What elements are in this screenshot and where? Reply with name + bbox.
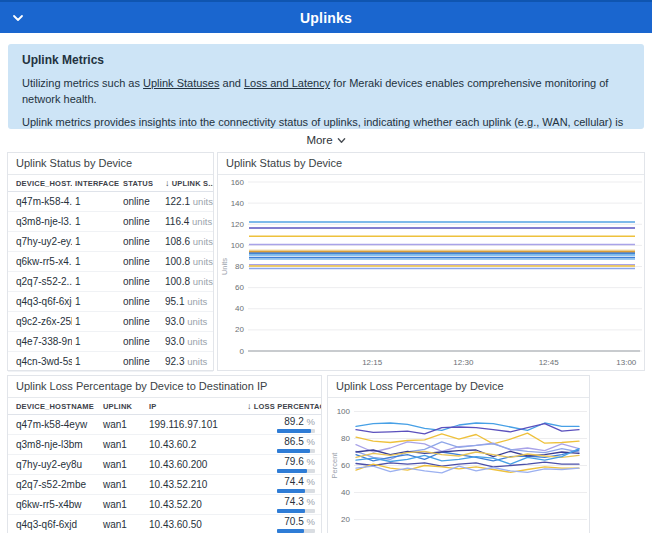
svg-text:100: 100 <box>231 241 245 250</box>
col-device-hostname[interactable]: DEVICE_HOSTNAME <box>8 402 100 411</box>
loss-percentage-cell: 79.6 % <box>244 456 321 473</box>
table-cell: 199.116.97.101 <box>146 419 244 430</box>
table-cell: q3m8-nje-l3... <box>8 216 72 227</box>
table-cell: wan1 <box>100 519 146 530</box>
sort-desc-icon[interactable]: ↓ <box>247 401 252 411</box>
loss-percentage-cell: 89.2 % <box>244 416 321 433</box>
loss-bar <box>277 429 315 433</box>
svg-text:Units: Units <box>220 258 229 275</box>
info-paragraph-2: Uplink metrics provides insights into th… <box>22 115 630 129</box>
uplinks-header[interactable]: Uplinks <box>0 0 652 33</box>
table-cell: 1 <box>72 256 120 267</box>
col-device-hostname[interactable]: DEVICE_HOST... <box>8 179 72 188</box>
table-cell-value: 100.8 units <box>162 256 213 267</box>
loss-bar <box>277 509 315 513</box>
loss-table-header: DEVICE_HOSTNAME UPLINK IP ↓LOSS PERCENTA… <box>8 398 321 415</box>
col-uplink-status[interactable]: ↓UPLINK S... <box>162 178 213 188</box>
col-status[interactable]: STATUS <box>120 179 162 188</box>
table-cell: online <box>120 216 162 227</box>
svg-text:12:30: 12:30 <box>453 358 474 367</box>
status-table-header: DEVICE_HOST... INTERFACE STATUS ↓UPLINK … <box>8 175 213 192</box>
col-interface[interactable]: INTERFACE <box>72 179 120 188</box>
table-row[interactable]: q9c2-z6x-25ks1online93.0 units <box>8 312 213 332</box>
status-table-body: q47m-k58-4...1online122.1 unitsq3m8-nje-… <box>8 192 213 372</box>
table-row[interactable]: q3m8-nje-l3...1online116.4 units <box>8 212 213 232</box>
table-cell: q6kw-rr5-x4... <box>8 256 72 267</box>
table-cell: q4e7-338-9nr8 <box>8 336 72 347</box>
loss-bar <box>277 449 315 453</box>
more-row: More <box>0 130 652 148</box>
status-line-chart[interactable]: 02040608010012014016012:1512:3012:4513:0… <box>218 175 644 370</box>
info-title: Uplink Metrics <box>22 53 630 67</box>
uplink-statuses-link[interactable]: Uplink Statuses <box>143 77 219 89</box>
loss-percentage-cell: 74.3 % <box>244 496 321 513</box>
more-label: More <box>306 134 332 146</box>
svg-text:20: 20 <box>341 515 350 524</box>
table-cell: q4q3-q6f-6xjd <box>8 519 100 530</box>
table-cell: online <box>120 356 162 367</box>
table-row[interactable]: q3m8-nje-l3bmwan110.43.60.286.5 % <box>8 435 321 455</box>
table-row[interactable]: q4q3-q6f-6xjdwan110.43.60.5070.5 % <box>8 515 321 533</box>
loss-bar <box>277 469 315 473</box>
table-row[interactable]: q6kw-rr5-x4bwwan110.43.52.2074.3 % <box>8 495 321 515</box>
table-cell: q9c2-z6x-25ks <box>8 316 72 327</box>
info-paragraph-1: Utilizing metrics such as Uplink Statuse… <box>22 76 630 108</box>
table-row[interactable]: q2q7-s52-2mbewan110.43.52.21074.4 % <box>8 475 321 495</box>
table-cell: 1 <box>72 296 120 307</box>
table-cell: q4q3-q6f-6xjd <box>8 296 72 307</box>
table-cell: q47m-k58-4... <box>8 196 72 207</box>
sort-desc-icon[interactable]: ↓ <box>165 178 170 188</box>
table-row[interactable]: q4q3-q6f-6xjd1online95.1 units <box>8 292 213 312</box>
svg-text:0: 0 <box>240 347 245 356</box>
loss-percentage-cell: 70.5 % <box>244 516 321 533</box>
svg-text:120: 120 <box>231 220 245 229</box>
table-cell-value: 95.1 units <box>162 296 213 307</box>
loss-percentage-cell: 74.4 % <box>244 476 321 493</box>
table-cell: online <box>120 276 162 287</box>
loss-table-title: Uplink Loss Percentage by Device to Dest… <box>8 376 321 398</box>
table-row[interactable]: q47m-k58-4eywwan1199.116.97.10189.2 % <box>8 415 321 435</box>
table-row[interactable]: q7hy-uy2-ey...1online108.6 units <box>8 232 213 252</box>
table-cell-value: 93.0 units <box>162 316 213 327</box>
table-cell: online <box>120 236 162 247</box>
collapse-chevron-icon[interactable] <box>12 12 24 24</box>
table-row[interactable]: q6kw-rr5-x4...1online100.8 units <box>8 252 213 272</box>
table-cell: 10.43.52.210 <box>146 479 244 490</box>
loss-percentage-cell: 86.5 % <box>244 436 321 453</box>
table-row[interactable]: q4e7-338-9nr81online93.0 units <box>8 332 213 352</box>
table-cell: online <box>120 316 162 327</box>
col-ip[interactable]: IP <box>146 402 244 411</box>
table-cell: 10.43.60.200 <box>146 459 244 470</box>
info-text: and <box>219 77 243 89</box>
table-row[interactable]: q2q7-s52-2...1online100.8 units <box>8 272 213 292</box>
svg-text:60: 60 <box>341 461 350 470</box>
table-cell: 1 <box>72 276 120 287</box>
table-row[interactable]: q47m-k58-4...1online122.1 units <box>8 192 213 212</box>
table-cell: online <box>120 256 162 267</box>
loss-bar <box>277 529 315 533</box>
svg-text:13:00: 13:00 <box>616 358 637 367</box>
table-cell-value: 100.8 units <box>162 276 213 287</box>
col-uplink[interactable]: UPLINK <box>100 402 146 411</box>
table-cell: q2q7-s52-2mbe <box>8 479 100 490</box>
status-table-title: Uplink Status by Device <box>8 153 213 175</box>
status-chart[interactable]: 02040608010012014016012:1512:3012:4513:0… <box>218 175 644 374</box>
loss-line-chart[interactable]: 20406080100Percent <box>328 398 589 533</box>
table-cell: q3m8-nje-l3bm <box>8 439 100 450</box>
table-cell: 1 <box>72 316 120 327</box>
table-row[interactable]: q7hy-uy2-ey8uwan110.43.60.20079.6 % <box>8 455 321 475</box>
more-button[interactable]: More <box>306 134 345 146</box>
svg-text:Percent: Percent <box>330 452 339 479</box>
loss-and-latency-link[interactable]: Loss and Latency <box>244 77 330 89</box>
table-cell: online <box>120 196 162 207</box>
table-cell: 1 <box>72 336 120 347</box>
loss-table-panel: Uplink Loss Percentage by Device to Dest… <box>7 375 322 533</box>
col-loss-percentage[interactable]: ↓LOSS PERCENTAGE <box>244 401 321 411</box>
table-cell-value: 93.0 units <box>162 336 213 347</box>
loss-chart[interactable]: 20406080100Percent <box>328 398 589 533</box>
table-row[interactable]: q4cn-3wd-5s...1online92.3 units <box>8 352 213 372</box>
table-cell: q7hy-uy2-ey... <box>8 236 72 247</box>
uplinks-dashboard: Uplinks Uplink Metrics Utilizing metrics… <box>0 0 652 533</box>
svg-text:80: 80 <box>341 434 350 443</box>
loss-chart-title: Uplink Loss Percentage by Device <box>328 376 589 398</box>
